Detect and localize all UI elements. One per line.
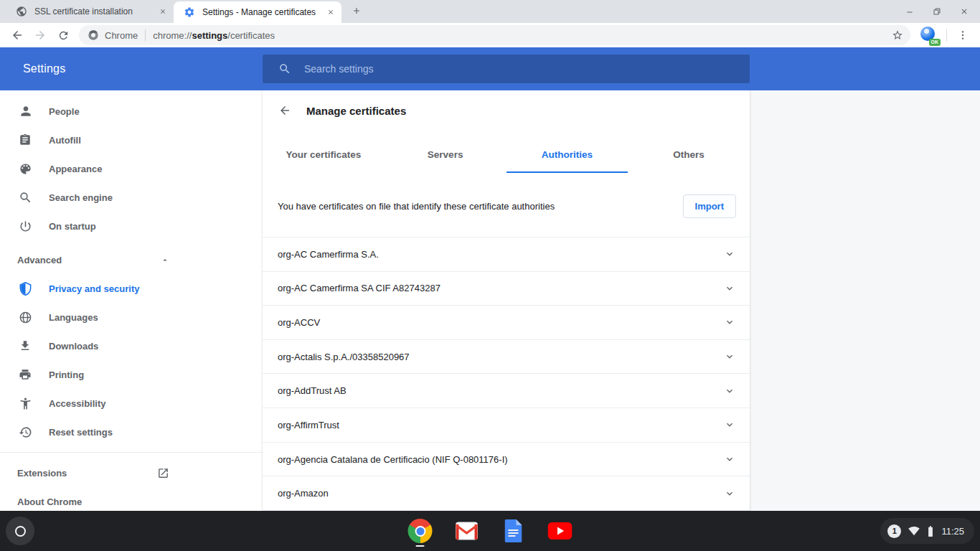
manage-certificates-card: Manage certificates Your certificates Se… (263, 90, 750, 511)
chevron-down-icon[interactable] (724, 316, 735, 328)
tab-your-certificates[interactable]: Your certificates (263, 142, 385, 173)
window-controls (901, 0, 973, 23)
chevron-down-icon[interactable] (724, 488, 735, 499)
chevron-down-icon[interactable] (724, 385, 735, 397)
sidebar-item-search-engine[interactable]: Search engine (0, 183, 179, 212)
youtube-app-icon[interactable] (547, 517, 573, 545)
sidebar-item-languages[interactable]: Languages (0, 303, 179, 331)
browser-tab-settings[interactable]: Settings - Manage certificates (174, 1, 341, 23)
shelf: 1 11:25 (0, 511, 980, 551)
certificate-row[interactable]: org-Amazon (263, 476, 750, 511)
sidebar-divider (0, 452, 263, 453)
notification-count-badge: 1 (887, 524, 901, 538)
gear-icon (184, 6, 195, 18)
minimize-icon[interactable] (901, 4, 918, 19)
search-icon (278, 62, 291, 75)
chevron-down-icon[interactable] (724, 351, 735, 362)
certificate-tabs: Your certificates Servers Authorities Ot… (263, 142, 750, 173)
card-header: Manage certificates (263, 98, 750, 124)
docs-app-icon[interactable] (501, 517, 527, 545)
tab-others[interactable]: Others (628, 142, 750, 173)
settings-search-box[interactable] (263, 55, 750, 83)
page-title: Manage certificates (306, 105, 406, 117)
sidebar-item-autofill[interactable]: Autofill (0, 126, 179, 154)
sidebar-advanced-toggle[interactable]: Advanced (0, 245, 179, 274)
chip-divider (145, 29, 146, 41)
chevron-down-icon[interactable] (724, 283, 735, 294)
chrome-app-icon[interactable] (407, 517, 433, 545)
sidebar-item-on-startup[interactable]: On startup (0, 212, 179, 240)
close-icon[interactable] (956, 4, 973, 19)
sidebar-item-appearance[interactable]: Appearance (0, 154, 179, 183)
forward-icon[interactable] (29, 24, 52, 47)
caret-up-icon (161, 255, 169, 264)
certificate-row[interactable]: org-AddTrust AB (263, 374, 750, 408)
sidebar-item-extensions[interactable]: Extensions (0, 458, 179, 487)
chevron-down-icon[interactable] (724, 419, 735, 430)
chevron-down-icon[interactable] (724, 453, 735, 465)
back-arrow-icon[interactable] (276, 102, 293, 119)
sidebar-item-about-chrome[interactable]: About Chrome (0, 487, 179, 511)
back-icon[interactable] (6, 24, 29, 47)
address-bar[interactable]: Chrome chrome://settings/certificates (79, 25, 910, 45)
authorities-description: You have certificates on file that ident… (278, 201, 683, 212)
sidebar-item-accessibility[interactable]: Accessibility (0, 389, 179, 418)
close-icon[interactable] (158, 6, 168, 17)
bookmark-star-icon[interactable] (892, 29, 903, 41)
clipboard-icon (19, 133, 33, 146)
printer-icon (19, 368, 33, 381)
sidebar-item-downloads[interactable]: Downloads (0, 331, 179, 360)
certificate-row[interactable]: org-Actalis S.p.A./03358520967 (263, 340, 750, 375)
settings-sidebar: People Autofill Appearance Search engine… (0, 90, 263, 511)
settings-body: People Autofill Appearance Search engine… (0, 90, 980, 511)
import-section: You have certificates on file that ident… (263, 173, 750, 237)
browser-tab-strip: SSL certificate installation Settings - … (0, 0, 980, 23)
globe-icon (19, 311, 33, 324)
battery-icon (927, 525, 934, 537)
close-icon[interactable] (326, 7, 336, 17)
tab-title: SSL certificate installation (34, 6, 158, 17)
external-link-icon (157, 467, 169, 479)
clock: 11:25 (941, 526, 964, 537)
status-tray[interactable]: 1 11:25 (880, 518, 974, 544)
search-icon (19, 191, 33, 204)
sidebar-item-printing[interactable]: Printing (0, 360, 179, 389)
certificate-row[interactable]: org-AC Camerfirma SA CIF A82743287 (263, 272, 750, 306)
restore-icon[interactable] (928, 4, 946, 19)
power-icon (19, 220, 33, 233)
tab-servers[interactable]: Servers (385, 142, 507, 173)
url-text: chrome://settings/certificates (153, 30, 275, 41)
certificate-row[interactable]: org-ACCV (263, 306, 750, 340)
certificate-row[interactable]: org-Agencia Catalana de Certificacio (NI… (263, 443, 750, 477)
download-icon (19, 339, 33, 352)
sidebar-item-privacy-security[interactable]: Privacy and security (0, 274, 179, 303)
launcher-button[interactable] (6, 517, 34, 545)
toolbar-divider (946, 29, 947, 42)
palette-icon (19, 162, 33, 176)
shelf-apps (407, 517, 573, 545)
security-chip-label: Chrome (105, 30, 138, 41)
certificate-row[interactable]: org-AC Camerfirma S.A. (263, 237, 750, 272)
sidebar-item-people[interactable]: People (0, 97, 179, 126)
settings-header: Settings (0, 47, 980, 90)
gmail-app-icon[interactable] (454, 517, 480, 545)
sidebar-item-reset-settings[interactable]: Reset settings (0, 418, 179, 446)
launcher-icon (15, 526, 26, 537)
chrome-favicon (88, 29, 99, 41)
new-tab-button[interactable] (349, 3, 364, 19)
tab-authorities[interactable]: Authorities (507, 142, 628, 173)
settings-search-input[interactable] (304, 63, 706, 75)
supervision-badge: OK (929, 39, 941, 46)
tab-title: Settings - Manage certificates (202, 7, 326, 17)
import-button[interactable]: Import (683, 194, 736, 218)
reload-icon[interactable] (52, 24, 75, 47)
browser-tab-ssl[interactable]: SSL certificate installation (6, 0, 174, 23)
certificate-row[interactable]: org-AffirmTrust (263, 408, 750, 443)
running-indicator (416, 545, 425, 547)
settings-title: Settings (0, 62, 263, 75)
shield-icon (19, 282, 33, 296)
browser-menu-icon[interactable] (951, 24, 974, 47)
history-icon (19, 425, 33, 439)
profile-avatar[interactable]: OK (920, 27, 938, 44)
chevron-down-icon[interactable] (724, 248, 735, 260)
